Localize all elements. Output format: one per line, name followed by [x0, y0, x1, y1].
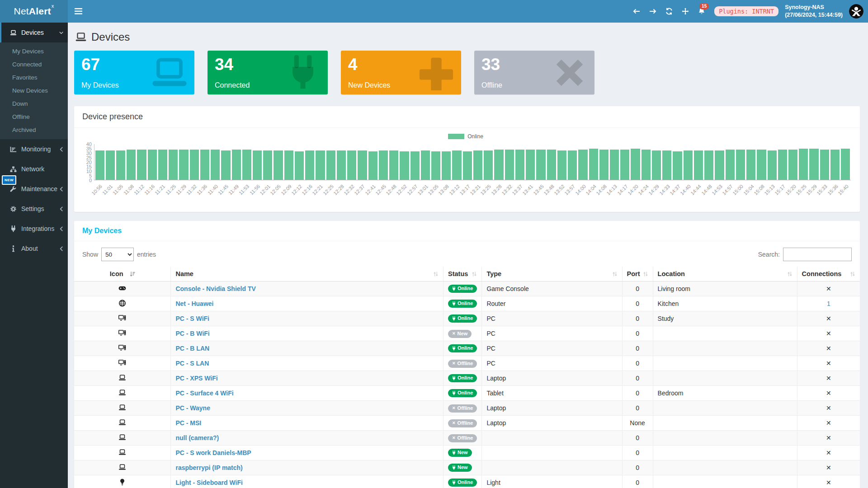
device-name-link[interactable]: PC - XPS WiFi: [175, 375, 217, 382]
notifications-button[interactable]: 15: [693, 0, 710, 23]
page-size-select[interactable]: 50: [101, 248, 134, 261]
column-header-status[interactable]: Status: [443, 267, 482, 282]
column-header-type[interactable]: Type: [482, 267, 622, 282]
card-label: New Devices: [348, 81, 390, 89]
device-location: [653, 475, 797, 488]
device-row[interactable]: PC - B WiFi✕NewPC0✕: [74, 326, 860, 341]
chart-bar: [473, 150, 482, 180]
chart-bar: [253, 150, 262, 180]
refresh-button[interactable]: [661, 0, 677, 23]
device-name-link[interactable]: raspberrypi (IP match): [175, 464, 242, 471]
device-port: 0: [622, 326, 653, 341]
card-connected[interactable]: 34 Connected: [208, 51, 328, 94]
device-row[interactable]: PC - Surface 4 WiFiOnlineTablet0Bedroom✕: [74, 386, 860, 401]
no-connections-icon: ✕: [826, 389, 831, 397]
device-name-link[interactable]: PC - S WiFi: [175, 315, 209, 322]
chevron-left-icon: [59, 246, 63, 251]
chart-bar: [211, 150, 220, 180]
chart-bar: [452, 150, 461, 180]
sidebar-item-my-devices[interactable]: My Devices: [0, 45, 68, 58]
sidebar-toggle-button[interactable]: [68, 0, 89, 23]
sidebar-item-favorites[interactable]: Favorites: [0, 71, 68, 84]
chart-bar: [358, 150, 367, 180]
column-header-connections[interactable]: Connections: [797, 267, 860, 282]
chart-title: Device presence: [74, 106, 860, 128]
chart-bar: [379, 150, 388, 180]
navbar-right: 15 Plugins: INTRNT Synology-NAS (27/06/2…: [628, 0, 868, 23]
devices-submenu: My Devices Connected Favorites New Devic…: [0, 42, 68, 139]
device-row[interactable]: PC - S LAN✕OfflinePC0✕: [74, 356, 860, 371]
status-badge: Online: [448, 285, 477, 293]
device-name-link[interactable]: PC - Wayne: [175, 404, 210, 412]
card-my-devices[interactable]: 67 My Devices: [74, 51, 194, 94]
device-row[interactable]: PC - MSI✕OfflineLaptopNone✕: [74, 416, 860, 431]
sidebar-item-offline[interactable]: Offline: [0, 110, 68, 123]
sidebar-item-integrations[interactable]: Integrations: [0, 219, 68, 239]
wrench-icon: [8, 186, 18, 192]
laptop-icon: [150, 55, 189, 90]
chart-bar: [232, 150, 241, 180]
device-row[interactable]: PC - XPS WiFiOnlineLaptop0✕: [74, 371, 860, 386]
chart-bar: [841, 149, 850, 180]
device-name-link[interactable]: PC - S LAN: [175, 360, 209, 367]
chart-legend[interactable]: Online: [80, 133, 851, 140]
column-header-icon[interactable]: Icon: [74, 267, 171, 282]
device-name-link[interactable]: Net - Huawei: [175, 300, 213, 307]
card-offline[interactable]: 33 Offline: [474, 51, 594, 94]
device-location: [653, 371, 797, 386]
nav-forward-button[interactable]: [645, 0, 661, 23]
sort-icon[interactable]: [433, 271, 439, 277]
sort-icon[interactable]: [612, 271, 618, 277]
no-connections-icon: ✕: [826, 330, 831, 337]
device-name-link[interactable]: Light - Sideboard WiFi: [175, 479, 242, 486]
plugins-status-badge[interactable]: Plugins: INTRNT: [714, 6, 778, 16]
sidebar-item-connected[interactable]: Connected: [0, 58, 68, 71]
device-row[interactable]: Net - HuaweiOnlineRouter0Kitchen1: [74, 296, 860, 311]
sort-icon[interactable]: [472, 271, 477, 277]
sidebar-item-devices[interactable]: Devices: [0, 23, 68, 42]
chart-bar: [326, 150, 335, 180]
user-avatar[interactable]: [849, 4, 863, 19]
device-name-link[interactable]: PC - Surface 4 WiFi: [175, 389, 233, 397]
sidebar-item-monitoring[interactable]: Monitoring: [0, 139, 68, 159]
no-connections-icon: ✕: [826, 360, 831, 367]
plug-icon: [452, 391, 456, 395]
device-name-link[interactable]: PC - MSI: [175, 419, 201, 427]
column-header-location[interactable]: Location: [653, 267, 797, 282]
device-name-link[interactable]: Console - Nvidia Shield TV: [175, 285, 255, 292]
device-row[interactable]: PC - Wayne✕OfflineLaptop0✕: [74, 401, 860, 416]
device-name-link[interactable]: PC - B WiFi: [175, 330, 209, 337]
nav-back-button[interactable]: [628, 0, 645, 23]
device-row[interactable]: null (camera?)✕Offline0✕: [74, 431, 860, 446]
sort-icon[interactable]: [787, 271, 793, 277]
device-row[interactable]: Light - Sideboard WiFiOnlineLight0✕: [74, 475, 860, 488]
sidebar-item-archived[interactable]: Archived: [0, 123, 68, 136]
move-button[interactable]: [677, 0, 693, 23]
column-header-name[interactable]: Name: [171, 267, 443, 282]
device-row[interactable]: PC - S WiFiOnlinePC0Study✕: [74, 311, 860, 326]
sidebar-item-new-devices[interactable]: New Devices: [0, 84, 68, 97]
close-icon: ✕: [452, 361, 456, 366]
sort-icon[interactable]: [643, 271, 648, 277]
app-logo[interactable]: NetAlertx: [0, 0, 68, 23]
device-row[interactable]: Console - Nvidia Shield TVOnlineGame Con…: [74, 282, 860, 296]
device-type: Laptop: [482, 401, 622, 416]
device-row[interactable]: raspberrypi (IP match)New0✕: [74, 460, 860, 475]
sidebar-item-down[interactable]: Down: [0, 97, 68, 110]
sort-amount-icon[interactable]: [130, 271, 135, 277]
column-header-port[interactable]: Port: [622, 267, 653, 282]
search-input[interactable]: [783, 248, 852, 261]
card-new-devices[interactable]: 4 New Devices: [341, 51, 461, 94]
sidebar-item-about[interactable]: About: [0, 239, 68, 258]
sort-icon[interactable]: [850, 271, 855, 277]
device-row[interactable]: PC - S work Daniels-MBPNew0✕: [74, 446, 860, 460]
status-badge: New: [448, 464, 472, 472]
device-row[interactable]: PC - B LANOnlinePC0✕: [74, 341, 860, 356]
chart-bar: [242, 150, 251, 180]
device-name-link[interactable]: PC - S work Daniels-MBP: [175, 449, 251, 456]
device-name-link[interactable]: null (camera?): [175, 434, 219, 441]
connections-count-link[interactable]: 1: [827, 300, 830, 307]
no-connections-icon: ✕: [826, 434, 831, 441]
sidebar-item-settings[interactable]: Settings: [0, 199, 68, 219]
device-name-link[interactable]: PC - B LAN: [175, 345, 209, 352]
